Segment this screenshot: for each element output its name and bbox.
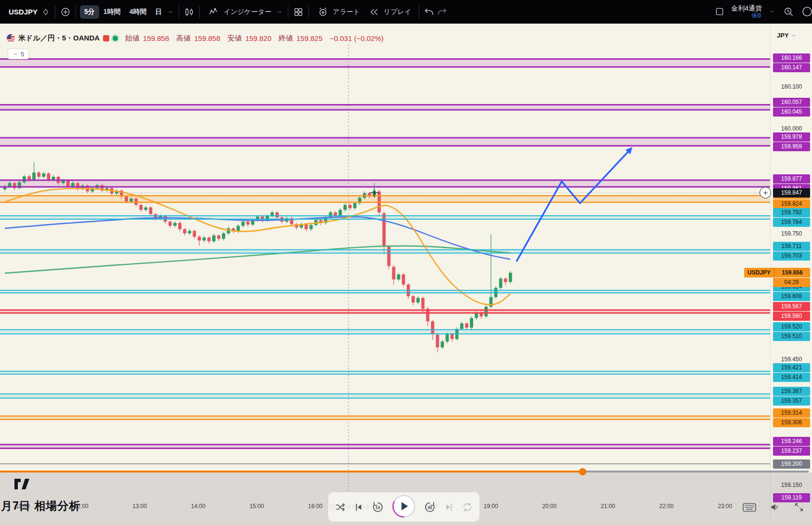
save-button[interactable]: 保存 [751,12,762,19]
indicators-icon [207,6,220,18]
step-forward-icon[interactable] [444,502,454,512]
replay-progress-rest[interactable] [582,471,809,472]
bottom-right-icons [742,501,805,513]
price-chart-svg[interactable] [0,0,812,525]
replay-button[interactable]: リプレイ [364,3,415,21]
rewind-icon [368,6,380,18]
replay-controls: 10 30 [328,492,479,522]
compare-add-icon[interactable] [59,6,72,18]
interval-button-0[interactable]: 5分 [80,5,99,19]
change-value: −0.031 (−0.02%) [330,34,384,42]
divider [179,6,179,18]
ohlc-header: 米ドル／円・5・OANDA 始値159.858 高値159.858 安値159.… [7,34,384,43]
alert-button[interactable]: アラート [313,3,364,21]
indicators-button[interactable]: インジケーター [204,3,275,21]
chart-type-icon[interactable] [183,6,195,18]
close-value: 159.825 [296,34,322,42]
divider [76,6,76,18]
time-label: 22:00 [656,503,677,510]
time-label: 15:00 [246,503,267,510]
open-label: 始値 [125,34,140,43]
svg-text:30: 30 [427,505,432,510]
interval-group: 5分1時間4時間日 [80,5,166,19]
step-back-icon[interactable] [353,502,364,512]
rewind-10-icon[interactable]: 10 [372,501,384,513]
fullscreen-icon[interactable] [793,501,805,513]
red-badge-icon [103,35,109,41]
keyboard-icon[interactable] [742,502,757,513]
price-axis-border [770,24,771,525]
market-status-dot [113,36,118,41]
video-watermark-title: 月7日 相場分析 [1,499,80,513]
layout-grid-icon[interactable] [292,6,305,18]
close-label: 終値 [279,34,293,43]
currency-label: JPY [777,32,789,39]
high-label: 高値 [176,34,191,43]
divider [199,6,200,18]
time-label: 13:00 [129,503,150,510]
divider [309,6,309,18]
symbol-flag-icon[interactable] [40,7,51,17]
low-label: 安値 [228,34,242,43]
cut-off-icon[interactable] [800,5,812,18]
divider [288,6,288,18]
top-toolbar: USDJPY 5分1時間4時間日 インジケーター アラート [0,0,812,24]
replay-label: リプレイ [384,8,411,16]
time-label: 14:00 [188,503,209,510]
low-value: 159.820 [245,34,271,42]
play-button[interactable] [392,494,416,520]
replay-progress-done[interactable] [0,471,582,472]
svg-text:10: 10 [375,505,380,510]
replay-progress-handle[interactable] [579,468,586,475]
time-label: 23:00 [714,503,735,510]
interval-chevron-icon[interactable] [166,8,175,16]
speaker-icon[interactable] [769,501,781,513]
crosshair-add-alert-button[interactable] [760,187,771,198]
symbol-title[interactable]: 米ドル／円・5・OANDA [18,34,100,43]
collapse-count: 5 [21,51,24,58]
alert-label: アラート [333,8,360,16]
toolbar-right: 金利4通貨 保存 [714,4,807,20]
clock-search-icon[interactable] [782,5,795,18]
collapse-indicators-button[interactable]: 5 [8,49,29,59]
layout-chevron-icon[interactable] [768,7,776,16]
shuffle-jump-icon[interactable] [335,502,346,512]
divider [419,6,419,18]
interval-button-1[interactable]: 1時間 [99,5,125,19]
currency-dropdown[interactable]: JPY [777,32,797,39]
watchlist-box-icon[interactable] [714,6,725,17]
time-label: 21:00 [597,503,619,510]
time-label: 16:00 [305,503,326,510]
tradingview-app: USDJPY 5分1時間4時間日 インジケーター アラート [0,0,812,525]
autoplay-loop-icon[interactable] [462,502,473,512]
layout-name[interactable]: 金利4通貨 [731,4,762,13]
time-label: 19:00 [480,503,502,510]
tradingview-logo[interactable] [13,476,30,493]
undo-icon[interactable] [423,6,436,18]
symbol-button[interactable]: USDJPY [5,8,40,16]
alarm-clock-icon [317,6,329,18]
redo-icon[interactable] [436,6,448,18]
forward-30-icon[interactable]: 30 [424,501,436,513]
time-label: 20:00 [539,503,560,510]
high-value: 159.858 [194,34,220,42]
indicators-chevron-icon[interactable] [275,8,284,16]
indicators-label: インジケーター [223,8,271,16]
open-value: 159.858 [143,34,169,42]
interval-button-3[interactable]: 日 [151,5,166,19]
divider [55,6,55,18]
us-flag-icon [7,34,15,42]
interval-button-2[interactable]: 4時間 [125,5,151,19]
layout-block[interactable]: 金利4通貨 保存 [731,4,762,20]
